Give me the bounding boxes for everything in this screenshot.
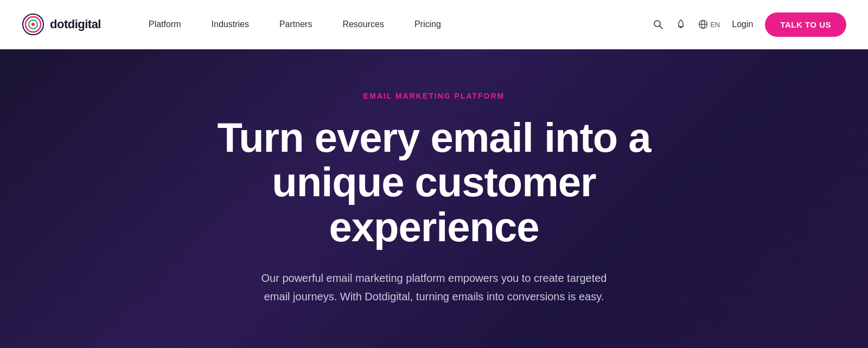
search-icon[interactable] [653, 19, 663, 30]
logo[interactable]: dotdigital [22, 13, 101, 36]
hero-section: EMAIL MARKETING PLATFORM Turn every emai… [0, 49, 868, 348]
bell-icon[interactable] [675, 19, 686, 30]
lang-label: EN [710, 21, 720, 29]
navbar: dotdigital Platform Industries Partners … [0, 0, 868, 49]
nav-item-resources[interactable]: Resources [327, 0, 399, 49]
language-selector[interactable]: EN [698, 20, 720, 29]
svg-line-5 [660, 26, 663, 29]
globe-icon [698, 20, 708, 29]
logo-icon [22, 13, 44, 36]
hero-subtext: Our powerful email marketing platform em… [260, 269, 608, 306]
hero-eyebrow: EMAIL MARKETING PLATFORM [363, 92, 505, 100]
svg-point-6 [680, 20, 681, 21]
login-link[interactable]: Login [732, 20, 753, 29]
hero-headline: Turn every email into a unique customer … [174, 115, 694, 249]
svg-point-3 [31, 23, 35, 26]
talk-to-us-button[interactable]: TALK TO US [765, 12, 846, 37]
nav-item-partners[interactable]: Partners [264, 0, 327, 49]
nav-item-platform[interactable]: Platform [133, 0, 196, 49]
nav-item-pricing[interactable]: Pricing [399, 0, 456, 49]
logo-text: dotdigital [50, 17, 101, 31]
nav-item-industries[interactable]: Industries [196, 0, 264, 49]
nav-right: EN Login TALK TO US [653, 12, 846, 37]
nav-links: Platform Industries Partners Resources P… [133, 0, 653, 49]
